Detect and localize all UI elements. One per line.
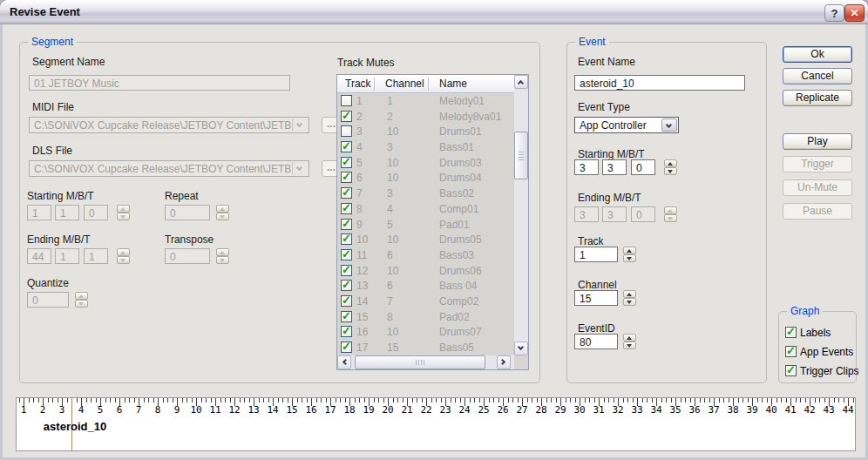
track-mute-checkbox-checked[interactable]: ✓ [341,111,352,122]
track-mutes-row[interactable]: ✓1010Drums05 [337,232,514,247]
track-mutes-row[interactable]: ✓84Comp01 [337,201,514,217]
track-mutes-row[interactable]: ✓43Bass01 [337,139,514,155]
track-mute-checkbox-checked[interactable]: ✓ [341,342,352,353]
track-mutes-row[interactable]: 310Drums01 [337,124,514,139]
ruler-measure-number: 1 [21,404,27,416]
track-mute-checkbox-checked[interactable]: ✓ [341,280,352,291]
track-mute-checkbox-checked[interactable]: ✓ [341,172,352,183]
ruler-minor-tick [397,398,398,402]
track-mute-checkbox-checked[interactable]: ✓ [341,233,352,245]
column-channel[interactable]: Channel [385,78,424,90]
ruler-measure-number: 21 [401,404,412,416]
eventid-field[interactable]: 80 [574,334,618,349]
check-icon: ✓ [342,217,351,230]
ruler-minor-tick [474,398,475,402]
check-icon: ✓ [342,263,351,276]
vertical-scrollbar[interactable] [514,75,528,355]
checkbox-checked[interactable]: ✓ [785,346,797,357]
ruler-minor-tick [585,398,586,402]
track-mute-checkbox-unchecked[interactable] [341,95,352,106]
track-mutes-row[interactable]: ✓1210Drums06 [337,263,514,279]
track-mutes-row[interactable]: ✓95Pad01 [337,217,514,233]
track-mutes-row[interactable]: ✓1610Drums07 [337,324,514,340]
title-bar[interactable]: Revise Event ? ✕ [0,0,868,24]
column-name[interactable]: Name [439,78,467,90]
help-icon[interactable]: ? [824,4,844,22]
scroll-left-icon[interactable] [337,355,351,369]
track-mute-checkbox-checked[interactable]: ✓ [341,203,352,214]
event-type-combo[interactable]: App Controller [574,117,679,133]
track-mute-checkbox-checked[interactable]: ✓ [341,187,352,199]
track-number: 4 [356,141,363,153]
event-type-label: Event Type [578,101,630,113]
track-mutes-row[interactable]: ✓510Drums03 [337,155,514,171]
event-starting-beat-field[interactable]: 3 [602,159,627,175]
track-name: Bass02 [439,187,474,200]
track-mutes-row[interactable]: ✓73Bass02 [337,186,514,201]
ruler-measure-number: 4 [78,404,85,416]
close-icon[interactable]: ✕ [844,4,865,22]
dls-file-value: C:\SONiVOX Cupcake Release\JETBOY Conten… [34,163,291,175]
track-mute-checkbox-checked[interactable]: ✓ [341,141,352,152]
track-mute-checkbox-checked[interactable]: ✓ [341,249,352,260]
horizontal-scrollbar[interactable] [337,355,514,369]
track-mute-checkbox-checked[interactable]: ✓ [341,265,352,276]
track-mutes-row[interactable]: 11Melody01 [337,93,514,109]
ruler-minor-tick [623,398,624,402]
scroll-up-icon[interactable] [514,75,528,89]
track-mute-checkbox-checked[interactable]: ✓ [341,326,352,337]
event-starting-tick-field[interactable]: 0 [631,159,655,175]
eventid-spinner[interactable] [623,334,636,349]
ruler-measure-number: 33 [631,404,642,416]
track-mutes-row[interactable]: ✓116Bass03 [337,247,514,263]
track-mutes-row[interactable]: ✓158Pad02 [337,309,514,325]
ruler-minor-tick [508,398,509,402]
ruler-minor-tick [748,398,749,402]
channel-spinner[interactable] [623,290,636,306]
ruler-minor-tick [359,398,360,402]
track-mute-checkbox-checked[interactable]: ✓ [341,157,352,168]
track-mutes-list[interactable]: Track Channel Name 11Melody01✓22Melody8v… [336,74,529,370]
scroll-right-icon[interactable] [497,355,511,369]
track-mutes-row[interactable]: ✓136Bass 04 [337,278,514,294]
unmute-button: Un-Mute [783,179,852,196]
track-mute-checkbox-checked[interactable]: ✓ [341,311,352,322]
ruler-minor-tick [225,398,226,402]
ruler-minor-tick [374,398,375,402]
channel-field[interactable]: 15 [574,290,618,306]
event-name-field[interactable]: asteroid_10 [574,75,745,91]
checkbox-checked[interactable]: ✓ [785,365,797,376]
track-mute-checkbox-checked[interactable]: ✓ [341,295,352,307]
event-ending-mbt-label: Ending M/B/T [578,192,641,204]
checkbox-checked[interactable]: ✓ [785,327,797,338]
horizontal-scrollbar-thumb[interactable] [355,355,485,369]
event-type-dropdown-icon[interactable] [661,118,677,132]
ruler-minor-tick [52,398,53,402]
track-channel: 8 [387,311,393,323]
track-mute-checkbox-unchecked[interactable] [341,125,352,137]
track-mute-checkbox-checked[interactable]: ✓ [341,219,352,230]
track-name: Comp02 [439,295,478,308]
play-button[interactable]: Play [783,133,852,150]
track-mutes-row[interactable]: ✓22Melody8va01 [337,109,514,125]
event-starting-mbt-spinner[interactable] [664,159,677,175]
cancel-button[interactable]: Cancel [783,68,852,85]
segment-starting-mbt-spinner [117,205,130,220]
ruler-minor-tick [815,398,816,402]
vertical-scrollbar-thumb[interactable] [514,132,528,179]
track-mutes-row[interactable]: ✓610Drums04 [337,170,514,186]
scroll-down-icon[interactable] [514,342,528,355]
quantize-spinner [75,292,88,308]
ok-button[interactable]: Ok [783,46,852,63]
track-mutes-row[interactable]: ✓147Comp02 [337,294,514,309]
ruler-measure-number: 36 [688,404,700,416]
track-spinner[interactable] [623,247,636,262]
replicate-button[interactable]: Replicate [783,90,852,106]
ruler-measure-number: 18 [343,404,355,416]
ruler-measure-number: 41 [784,404,796,416]
track-mutes-row[interactable]: ✓1715Bass05 [337,340,514,355]
track-field[interactable]: 1 [574,247,618,262]
timeline-ruler[interactable]: 1234567891011121314151617181920212223242… [16,397,856,451]
column-track[interactable]: Track [345,78,371,90]
event-starting-measure-field[interactable]: 3 [574,159,599,175]
